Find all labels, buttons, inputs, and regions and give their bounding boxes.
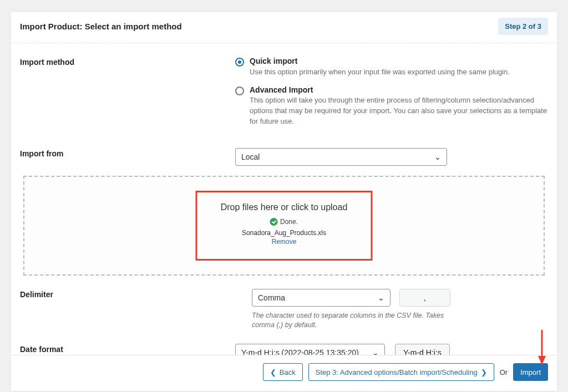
option-quick-import[interactable]: Quick import Use this option primarily w… xyxy=(235,57,548,78)
select-import-from-value: Local xyxy=(241,152,260,161)
step3-button-label: Step 3: Advanced options/Batch import/Sc… xyxy=(316,368,478,376)
chevron-left-icon: ❮ xyxy=(270,368,276,376)
row-delimiter: Delimiter Comma ⌄ , The character used t… xyxy=(20,289,548,330)
step3-button[interactable]: Step 3: Advanced options/Batch import/Sc… xyxy=(308,363,494,381)
option-title-quick: Quick import xyxy=(250,57,548,66)
import-card: Import Product: Select an import method … xyxy=(11,12,557,391)
row-import-method: Import method Quick import Use this opti… xyxy=(20,57,548,135)
back-button[interactable]: ❮ Back xyxy=(263,363,303,381)
dropzone-title: Drop files here or click to upload xyxy=(197,202,371,212)
card-body: Import method Quick import Use this opti… xyxy=(11,43,557,391)
or-text: Or xyxy=(500,368,508,376)
back-button-label: Back xyxy=(280,368,296,376)
label-import-method: Import method xyxy=(20,57,235,135)
chevron-down-icon: ⌄ xyxy=(434,152,441,161)
step-badge: Step 2 of 3 xyxy=(498,18,548,35)
select-import-from[interactable]: Local ⌄ xyxy=(235,148,447,166)
delimiter-char-preview: , xyxy=(399,289,450,307)
radio-quick-import[interactable] xyxy=(235,58,244,67)
remove-file-link[interactable]: Remove xyxy=(272,238,297,246)
upload-status-text: Done. xyxy=(280,218,298,226)
import-button[interactable]: Import xyxy=(513,363,548,381)
card-footer: ❮ Back Step 3: Advanced options/Batch im… xyxy=(11,355,557,391)
option-title-advanced: Advanced Import xyxy=(250,85,548,95)
import-button-label: Import xyxy=(520,368,541,376)
uploaded-filename: Sonadora_Aug_Products.xls xyxy=(197,229,371,237)
upload-status: Done. xyxy=(270,218,298,226)
radio-advanced-import[interactable] xyxy=(235,86,244,95)
page-title: Import Product: Select an import method xyxy=(20,22,182,31)
chevron-right-icon: ❯ xyxy=(481,368,487,376)
file-dropzone[interactable]: Drop files here or click to upload Done.… xyxy=(23,176,545,276)
card-header: Import Product: Select an import method … xyxy=(11,12,557,43)
select-delimiter[interactable]: Comma ⌄ xyxy=(252,289,390,307)
dropzone-highlight: Drop files here or click to upload Done.… xyxy=(197,192,371,259)
field-import-method: Quick import Use this option primarily w… xyxy=(235,57,548,135)
delimiter-help: The character used to separate columns i… xyxy=(252,311,463,330)
check-icon xyxy=(270,218,278,226)
chevron-down-icon: ⌄ xyxy=(378,293,384,302)
label-import-from: Import from xyxy=(20,148,235,166)
option-advanced-import[interactable]: Advanced Import This option will take yo… xyxy=(235,85,548,127)
row-import-from: Import from Local ⌄ xyxy=(20,148,548,166)
option-desc-advanced: This option will take you through the en… xyxy=(250,95,548,127)
select-delimiter-value: Comma xyxy=(258,293,285,302)
option-desc-quick: Use this option primarily when your inpu… xyxy=(250,67,548,78)
label-delimiter: Delimiter xyxy=(20,289,252,330)
